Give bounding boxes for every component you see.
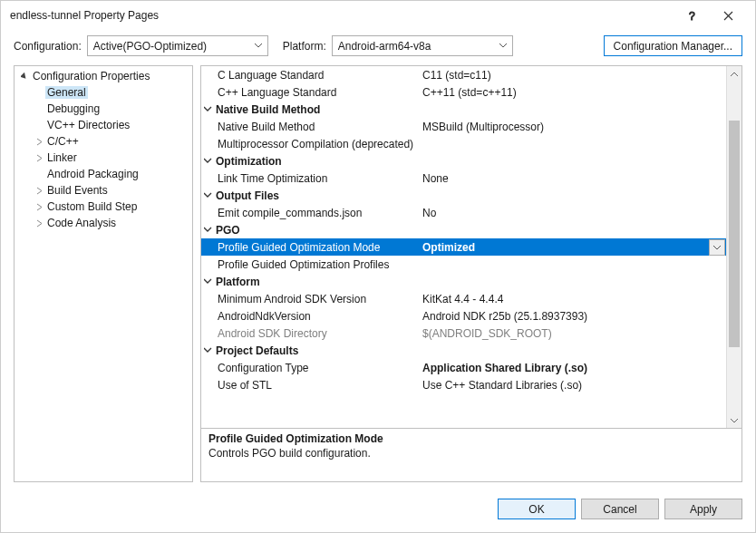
configuration-value: Active(PGO-Optimized): [93, 40, 207, 53]
property-row[interactable]: Android SDK Directory$(ANDROID_SDK_ROOT): [201, 325, 726, 342]
tree-item-linker[interactable]: Linker: [15, 150, 192, 166]
collapse-icon[interactable]: [201, 277, 214, 286]
property-group[interactable]: Output Files: [201, 187, 726, 204]
property-value[interactable]: Use C++ Standard Libraries (.so): [419, 379, 726, 392]
help-button[interactable]: ?: [674, 2, 710, 29]
property-name: Configuration Type: [214, 362, 419, 374]
scroll-thumb[interactable]: [729, 121, 740, 347]
expand-icon[interactable]: [33, 203, 45, 211]
property-group[interactable]: PGO: [201, 221, 726, 238]
property-value[interactable]: Application Shared Library (.so): [419, 362, 726, 374]
property-name: Native Build Method: [214, 103, 419, 116]
tree-item-code-analysis[interactable]: Code Analysis: [15, 215, 192, 231]
description-title: Profile Guided Optimization Mode: [208, 432, 734, 445]
property-row[interactable]: Configuration TypeApplication Shared Lib…: [201, 359, 726, 376]
property-row[interactable]: Native Build MethodMSBuild (Multiprocess…: [201, 118, 726, 135]
tree-item-custom-build-step[interactable]: Custom Build Step: [15, 199, 192, 215]
tree-item-ccpp[interactable]: C/C++: [15, 133, 192, 150]
property-row[interactable]: Emit compile_commands.jsonNo: [201, 204, 726, 221]
collapse-icon[interactable]: [201, 157, 214, 165]
titlebar: endless-tunnel Property Pages ?: [1, 1, 755, 30]
property-name: Minimum Android SDK Version: [214, 293, 419, 305]
property-row[interactable]: C Language StandardC11 (std=c11): [201, 66, 726, 83]
property-row[interactable]: Minimum Android SDK VersionKitKat 4.4 - …: [201, 290, 726, 307]
window-title: endless-tunnel Property Pages: [10, 9, 674, 22]
property-row[interactable]: Profile Guided Optimization Profiles: [201, 256, 726, 273]
property-group[interactable]: Platform: [201, 273, 726, 290]
property-name: Profile Guided Optimization Mode: [214, 241, 419, 254]
scroll-down-button[interactable]: [727, 412, 741, 428]
property-pages-dialog: endless-tunnel Property Pages ? Configur…: [0, 0, 756, 533]
platform-dropdown[interactable]: Android-arm64-v8a: [332, 35, 513, 56]
configuration-manager-button[interactable]: Configuration Manager...: [604, 35, 742, 56]
property-value[interactable]: MSBuild (Multiprocessor): [419, 121, 726, 133]
scroll-up-button[interactable]: [727, 66, 741, 82]
property-value[interactable]: C11 (std=c11): [419, 69, 726, 82]
apply-button[interactable]: Apply: [664, 499, 742, 519]
collapse-icon[interactable]: [201, 105, 214, 113]
property-value[interactable]: KitKat 4.4 - 4.4.4: [419, 293, 726, 305]
value-dropdown-button[interactable]: [709, 239, 725, 256]
property-row[interactable]: Multiprocessor Compilation (deprecated): [201, 135, 726, 152]
tree-root[interactable]: Configuration Properties: [15, 68, 192, 84]
collapse-icon[interactable]: [18, 73, 31, 81]
property-value[interactable]: Optimized: [419, 241, 709, 254]
platform-label: Platform:: [283, 40, 326, 53]
property-name: Android SDK Directory: [214, 327, 419, 340]
tree-item-vcdirectories[interactable]: VC++ Directories: [15, 117, 192, 133]
help-icon: ?: [686, 10, 697, 21]
expand-icon[interactable]: [33, 138, 45, 146]
vertical-scrollbar[interactable]: [726, 66, 741, 428]
property-value[interactable]: No: [419, 207, 726, 219]
tree-panel[interactable]: Configuration Properties General Debuggi…: [14, 65, 193, 482]
property-name: Platform: [214, 276, 419, 288]
property-value[interactable]: None: [419, 172, 726, 185]
property-row[interactable]: C++ Language StandardC++11 (std=c++11): [201, 83, 726, 101]
dialog-body: Configuration Properties General Debuggi…: [1, 65, 755, 489]
tree-item-build-events[interactable]: Build Events: [15, 182, 192, 199]
tree-item-debugging[interactable]: Debugging: [15, 101, 192, 117]
property-name: C++ Language Standard: [214, 86, 419, 99]
configuration-dropdown[interactable]: Active(PGO-Optimized): [87, 35, 268, 56]
property-name: Emit compile_commands.json: [214, 207, 419, 219]
property-group[interactable]: Project Defaults: [201, 342, 726, 359]
property-value[interactable]: $(ANDROID_SDK_ROOT): [419, 327, 726, 340]
property-value[interactable]: Android NDK r25b (25.1.8937393): [419, 310, 726, 323]
property-name: AndroidNdkVersion: [214, 310, 419, 323]
tree-item-android-packaging[interactable]: Android Packaging: [15, 166, 192, 182]
property-row[interactable]: AndroidNdkVersionAndroid NDK r25b (25.1.…: [201, 307, 726, 325]
property-group[interactable]: Optimization: [201, 152, 726, 170]
property-row[interactable]: Use of STLUse C++ Standard Libraries (.s…: [201, 376, 726, 393]
property-name: Link Time Optimization: [214, 172, 419, 185]
configuration-label: Configuration:: [14, 40, 82, 53]
property-row[interactable]: Link Time OptimizationNone: [201, 170, 726, 187]
close-icon: [723, 11, 733, 21]
property-name: Use of STL: [214, 379, 419, 392]
collapse-icon[interactable]: [201, 346, 214, 354]
property-name: Project Defaults: [214, 344, 419, 357]
property-group[interactable]: Native Build Method: [201, 101, 726, 118]
config-row: Configuration: Active(PGO-Optimized) Pla…: [1, 30, 755, 65]
chevron-down-icon: [255, 44, 262, 49]
dialog-buttons: OK Cancel Apply: [1, 489, 755, 532]
description-panel: Profile Guided Optimization Mode Control…: [200, 428, 742, 482]
property-name: C Language Standard: [214, 69, 419, 82]
expand-icon[interactable]: [33, 154, 45, 162]
property-grid[interactable]: C Language StandardC11 (std=c11)C++ Lang…: [200, 65, 742, 428]
collapse-icon[interactable]: [201, 191, 214, 199]
chevron-down-icon: [499, 44, 507, 49]
ok-button[interactable]: OK: [498, 499, 576, 519]
property-name: Profile Guided Optimization Profiles: [214, 258, 419, 271]
collapse-icon[interactable]: [201, 226, 214, 234]
property-row[interactable]: Profile Guided Optimization ModeOptimize…: [201, 238, 726, 256]
property-name: Output Files: [214, 189, 419, 202]
svg-text:?: ?: [689, 10, 695, 21]
property-name: Native Build Method: [214, 121, 419, 133]
close-button[interactable]: [710, 2, 746, 29]
expand-icon[interactable]: [33, 219, 45, 228]
tree-item-general[interactable]: General: [15, 84, 192, 101]
cancel-button[interactable]: Cancel: [581, 499, 659, 519]
expand-icon[interactable]: [33, 187, 45, 195]
property-value[interactable]: C++11 (std=c++11): [419, 86, 726, 99]
property-name: Multiprocessor Compilation (deprecated): [214, 138, 419, 150]
